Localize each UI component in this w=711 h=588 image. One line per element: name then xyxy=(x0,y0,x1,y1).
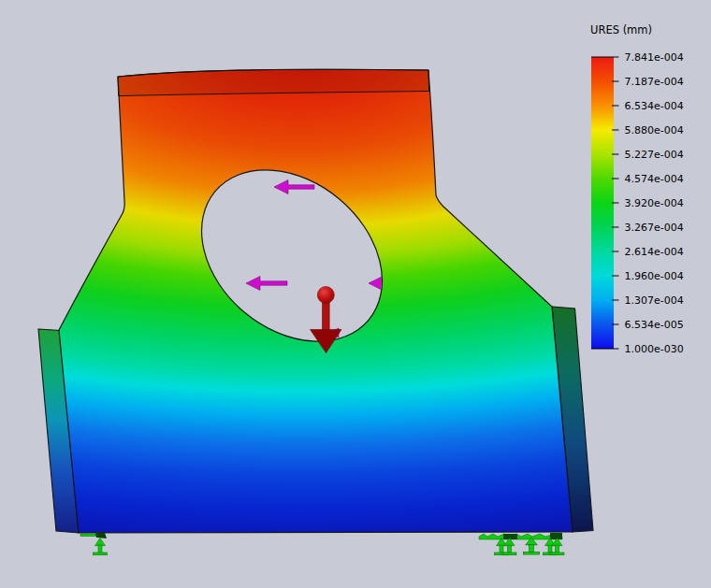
fixture-edge-mark xyxy=(550,533,562,539)
legend-color-bar[interactable] xyxy=(591,57,614,349)
legend-label: 7.841e-004 xyxy=(625,51,684,64)
legend-label: 1.960e-004 xyxy=(625,270,684,282)
legend-label: 7.187e-004 xyxy=(625,76,684,88)
legend-label: 5.880e-004 xyxy=(625,124,684,136)
fixture-edge-mark xyxy=(503,534,517,539)
legend-label: 4.574e-004 xyxy=(625,173,684,185)
legend-label: 2.614e-004 xyxy=(625,246,684,258)
legend-label: 3.920e-004 xyxy=(625,197,684,209)
fea-viewport[interactable]: URES (mm) 7.841e-004 7.187e-004 6.534e-0… xyxy=(0,0,711,588)
legend-label: 1.000e-030 xyxy=(625,343,684,355)
legend-label: 1.307e-004 xyxy=(625,294,684,307)
model-canvas[interactable]: URES (mm) 7.841e-004 7.187e-004 6.534e-0… xyxy=(0,0,711,588)
fixture-edge-mark xyxy=(80,534,96,537)
legend-label: 6.534e-004 xyxy=(625,100,684,112)
legend-title: URES (mm) xyxy=(590,23,652,36)
legend-label: 6.534e-005 xyxy=(625,319,684,331)
legend-label: 3.267e-004 xyxy=(625,222,684,234)
load-arrow-ball xyxy=(317,287,334,304)
legend-label: 5.227e-004 xyxy=(625,149,684,161)
part-top-band-face xyxy=(118,69,429,95)
